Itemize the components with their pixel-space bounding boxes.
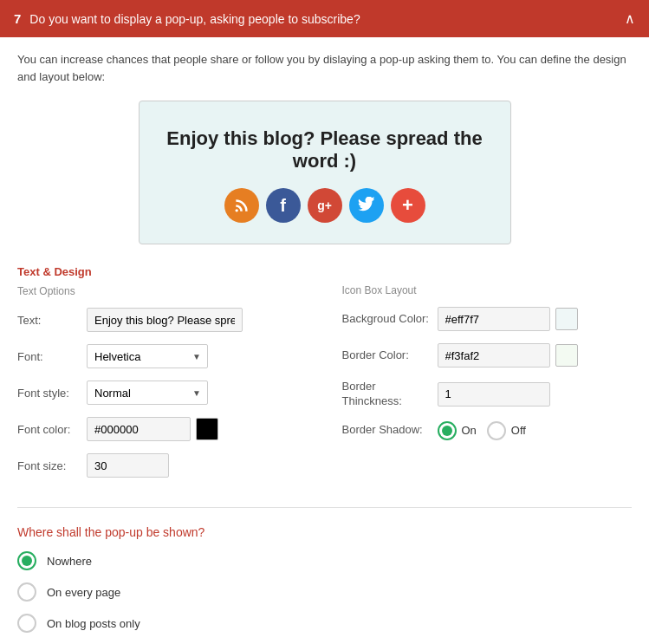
bg-color-input[interactable]	[438, 307, 550, 331]
font-color-inputs	[87, 417, 218, 441]
text-options-subtitle: Text Options	[17, 285, 308, 297]
divider	[17, 507, 632, 508]
border-color-input[interactable]	[438, 343, 550, 368]
rss-icon[interactable]	[224, 188, 259, 223]
left-panel: Text & Design Text Options Text: Font: H…	[17, 265, 308, 490]
settings-area: Text & Design Text Options Text: Font: H…	[17, 265, 632, 490]
twitter-icon[interactable]	[349, 188, 384, 223]
panel-title: Text & Design	[17, 265, 308, 278]
shadow-on-radio[interactable]	[438, 421, 457, 440]
font-size-label: Font size:	[17, 459, 87, 472]
font-row: Font: Helvetica Arial Times New Roman ▼	[17, 344, 308, 368]
shadow-on-label: On	[462, 424, 477, 437]
border-shadow-label: Border Shadow:	[342, 423, 438, 438]
nowhere-radio[interactable]	[17, 551, 36, 570]
icon-box-subtitle: Icon Box Layout	[342, 284, 633, 296]
social-icons-row: f g+ +	[157, 188, 493, 223]
bg-color-inputs	[438, 307, 578, 331]
font-label: Font:	[17, 350, 87, 363]
nowhere-label: Nowhere	[47, 555, 92, 568]
font-select-wrap: Helvetica Arial Times New Roman ▼	[87, 344, 208, 368]
border-thickness-input[interactable]	[438, 382, 550, 407]
preview-box: Enjoy this blog? Please spread the word …	[139, 101, 511, 244]
font-color-row: Font color:	[17, 417, 308, 441]
preview-text: Enjoy this blog? Please spread the word …	[157, 127, 493, 172]
border-thickness-label: Border Thinckness:	[342, 380, 438, 409]
shadow-off-option[interactable]: Off	[487, 421, 526, 440]
svg-point-0	[235, 209, 237, 211]
every-page-option[interactable]: On every page	[17, 582, 632, 602]
section-body: You can increase chances that people sha…	[0, 37, 649, 644]
font-style-label: Font style:	[17, 387, 87, 400]
section-header: 7 Do you want to display a pop-up, askin…	[0, 0, 649, 37]
collapse-icon[interactable]: ∧	[625, 10, 635, 27]
nowhere-dot	[22, 556, 32, 566]
more-icon[interactable]: +	[391, 188, 425, 223]
shadow-off-radio[interactable]	[487, 421, 506, 440]
border-color-row: Border Color:	[342, 343, 633, 368]
border-shadow-row: Border Shadow: On Off	[342, 421, 633, 440]
shadow-options: On Off	[438, 421, 526, 440]
text-input[interactable]	[87, 308, 243, 332]
facebook-icon[interactable]: f	[266, 188, 301, 223]
blog-posts-radio[interactable]	[17, 614, 36, 633]
bg-color-swatch[interactable]	[555, 308, 578, 330]
font-color-label: Font color:	[17, 423, 87, 436]
bg-color-row: Backgroud Color:	[342, 307, 633, 331]
shadow-on-option[interactable]: On	[438, 421, 477, 440]
border-color-label: Border Color:	[342, 348, 438, 363]
font-size-row: Font size:	[17, 453, 308, 478]
text-row: Text:	[17, 308, 308, 332]
text-label: Text:	[17, 314, 87, 327]
where-section: Where shall the pop-up be shown? Nowhere…	[17, 525, 632, 633]
border-thickness-row: Border Thinckness:	[342, 380, 633, 409]
shadow-off-label: Off	[511, 424, 526, 437]
right-panel: Icon Box Layout Backgroud Color: Border …	[342, 265, 633, 490]
section-number: 7	[14, 11, 21, 26]
font-color-swatch[interactable]	[196, 418, 218, 440]
header-left: 7 Do you want to display a pop-up, askin…	[14, 11, 360, 26]
blog-posts-label: On blog posts only	[47, 617, 140, 630]
blog-posts-option[interactable]: On blog posts only	[17, 614, 632, 633]
googleplus-icon[interactable]: g+	[308, 188, 342, 223]
border-color-swatch[interactable]	[555, 344, 578, 367]
font-style-row: Font style: Normal Bold Italic ▼	[17, 381, 308, 405]
nowhere-option[interactable]: Nowhere	[17, 551, 632, 570]
bg-color-label: Backgroud Color:	[342, 312, 438, 327]
every-page-label: On every page	[47, 586, 120, 599]
section-title: Do you want to display a pop-up, asking …	[29, 12, 360, 26]
font-style-select[interactable]: Normal Bold Italic	[87, 381, 208, 405]
font-size-input[interactable]	[87, 453, 169, 478]
where-title: Where shall the pop-up be shown?	[17, 525, 632, 539]
description-text: You can increase chances that people sha…	[17, 51, 632, 85]
border-color-inputs	[438, 343, 578, 368]
font-style-select-wrap: Normal Bold Italic ▼	[87, 381, 208, 405]
font-select[interactable]: Helvetica Arial Times New Roman	[87, 344, 208, 368]
shadow-on-dot	[442, 426, 452, 436]
every-page-radio[interactable]	[17, 582, 36, 602]
font-color-input[interactable]	[87, 417, 191, 441]
